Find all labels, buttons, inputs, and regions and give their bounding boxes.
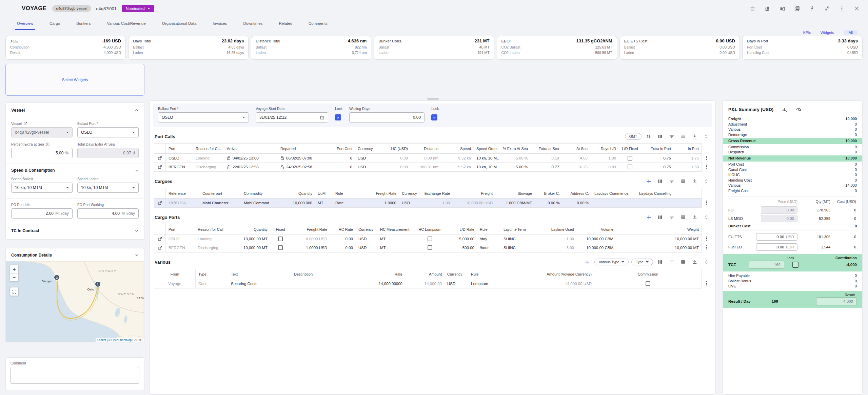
row-expand-icon[interactable]	[158, 156, 162, 161]
table-cell: 1.00	[539, 234, 577, 243]
voyage-start-date-input[interactable]: 31/01/25 12:12	[256, 112, 328, 123]
download-icon[interactable]	[690, 132, 699, 140]
flash-button[interactable]	[806, 2, 818, 15]
close-button[interactable]	[850, 2, 863, 15]
row-menu-kebab-icon[interactable]	[704, 281, 709, 286]
chevron-down-icon[interactable]	[135, 253, 139, 257]
fo-port-idle-input[interactable]: 2.00MT/day	[11, 208, 73, 219]
cell-checkbox[interactable]	[278, 237, 283, 241]
plus-icon[interactable]	[644, 177, 653, 185]
chevron-down-icon[interactable]	[135, 229, 139, 233]
row-expand-icon[interactable]	[158, 165, 162, 169]
bar-chart-icon[interactable]	[782, 107, 787, 112]
row-menu-kebab-icon[interactable]	[704, 200, 709, 205]
external-link-icon[interactable]	[23, 121, 27, 126]
column-header	[154, 144, 166, 154]
plus-icon[interactable]	[583, 258, 592, 266]
calendar-icon[interactable]	[320, 115, 324, 120]
zoom-out-button[interactable]: −	[10, 273, 18, 281]
waiting-days-lock-checkbox[interactable]	[431, 114, 437, 120]
sort-icon[interactable]	[644, 132, 653, 140]
rows-icon[interactable]	[679, 258, 688, 266]
columns-icon[interactable]	[656, 132, 665, 140]
compare-button[interactable]	[776, 2, 789, 15]
euets-price-input[interactable]: 0.00USD	[756, 233, 797, 241]
columns-icon[interactable]	[656, 177, 665, 185]
various-type-dropdown[interactable]: Various Type	[594, 259, 629, 265]
columns-icon[interactable]	[656, 213, 665, 221]
row-menu-kebab-icon[interactable]	[704, 245, 709, 250]
rows-icon[interactable]	[679, 213, 688, 221]
start-date-lock-checkbox[interactable]	[335, 114, 341, 120]
percent-extra-input[interactable]: 5.00%	[11, 148, 73, 158]
ballast-port-band-select[interactable]: OSLO	[158, 112, 249, 123]
waiting-days-input[interactable]: 0.00	[349, 112, 425, 123]
rows-icon[interactable]	[679, 177, 688, 185]
fo-port-working-input[interactable]: 4.00MT/day	[77, 208, 139, 219]
download-icon[interactable]	[690, 258, 699, 266]
collapse-button[interactable]	[821, 2, 833, 15]
updown-icon[interactable]	[702, 213, 711, 221]
row-menu-kebab-icon[interactable]	[704, 155, 709, 161]
tce-lock-checkbox[interactable]	[792, 262, 798, 268]
download-icon[interactable]	[690, 213, 699, 221]
cell-checkbox[interactable]	[428, 245, 432, 250]
tab-comments[interactable]: Comments	[300, 17, 336, 30]
kpi-link-widgets[interactable]: Widgets	[821, 31, 834, 35]
type-dropdown[interactable]: Type	[631, 259, 653, 265]
tab-various-cost-revenue[interactable]: Various Cost/Revenue	[99, 17, 154, 30]
row-expand-icon[interactable]	[158, 237, 162, 241]
kebab-button[interactable]	[835, 2, 848, 15]
cell-checkbox[interactable]	[278, 245, 283, 250]
tab-overview[interactable]: Overview	[9, 17, 41, 30]
panel-resize-handle[interactable]	[427, 98, 439, 100]
tab-bunkers[interactable]: Bunkers	[68, 17, 99, 30]
tab-downtimes[interactable]: Downtimes	[235, 17, 271, 30]
tab-invoices[interactable]: Invoices	[204, 17, 235, 30]
speed-laden-select[interactable]: 10 kn, 10 MT/d	[77, 183, 139, 193]
tab-cargo[interactable]: Cargo	[41, 17, 68, 30]
cell-checkbox[interactable]	[646, 281, 650, 286]
comment-textarea[interactable]	[11, 367, 139, 384]
cell-checkbox[interactable]	[428, 237, 432, 241]
gmt-button[interactable]: GMT	[625, 133, 642, 140]
row-menu-kebab-icon[interactable]	[704, 236, 709, 241]
rows-icon[interactable]	[679, 132, 688, 140]
speed-ballast-select[interactable]: 10 kn, 10 MT/d	[11, 183, 73, 193]
map-marker-1[interactable]: 1	[95, 281, 101, 287]
row-expand-icon[interactable]	[158, 245, 162, 250]
cell-checkbox[interactable]	[628, 156, 632, 161]
voyage-map[interactable]: NORWAY SWEDEN STOCKHOLM Bergen Oslo 2 1 …	[6, 261, 144, 342]
chevron-down-icon[interactable]	[135, 168, 139, 172]
copy-button[interactable]	[761, 2, 774, 15]
chevron-up-icon[interactable]	[135, 108, 139, 112]
columns-icon[interactable]	[656, 258, 665, 266]
download-icon[interactable]	[690, 177, 699, 185]
updown-icon[interactable]	[702, 177, 711, 185]
filter-icon[interactable]	[667, 177, 676, 185]
cell-checkbox[interactable]	[628, 165, 632, 169]
map-marker-2[interactable]: 2	[54, 275, 60, 280]
fullscreen-button[interactable]	[10, 287, 19, 296]
updown-icon[interactable]	[702, 132, 711, 140]
analyze-chart-icon[interactable]	[795, 106, 802, 112]
zoom-in-button[interactable]: +	[10, 265, 18, 273]
row-expand-icon[interactable]	[158, 201, 162, 205]
pdf-button[interactable]: PDF	[791, 2, 804, 15]
plus-icon[interactable]	[644, 213, 653, 221]
filter-icon[interactable]	[667, 213, 676, 221]
tab-organisational-data[interactable]: Organisational Data	[154, 17, 205, 30]
kpi-link-all[interactable]: All	[844, 30, 858, 35]
fueleu-price-input[interactable]: 0.00EUR	[756, 243, 797, 251]
status-dropdown[interactable]: Nominated	[122, 5, 154, 12]
filter-icon[interactable]	[667, 132, 676, 140]
updown-icon[interactable]	[702, 258, 711, 266]
row-menu-kebab-icon[interactable]	[704, 164, 709, 169]
filter-icon[interactable]	[667, 258, 676, 266]
ballast-port-select[interactable]: OSLO	[77, 127, 139, 137]
info-icon[interactable]	[46, 143, 50, 146]
tab-related[interactable]: Related	[271, 17, 300, 30]
select-widgets-button[interactable]: Select Widgets	[5, 64, 144, 96]
kpi-link-kpis[interactable]: KPIs	[803, 31, 811, 35]
total-days-extra-label: Total Days Extra At Sea	[77, 142, 115, 146]
